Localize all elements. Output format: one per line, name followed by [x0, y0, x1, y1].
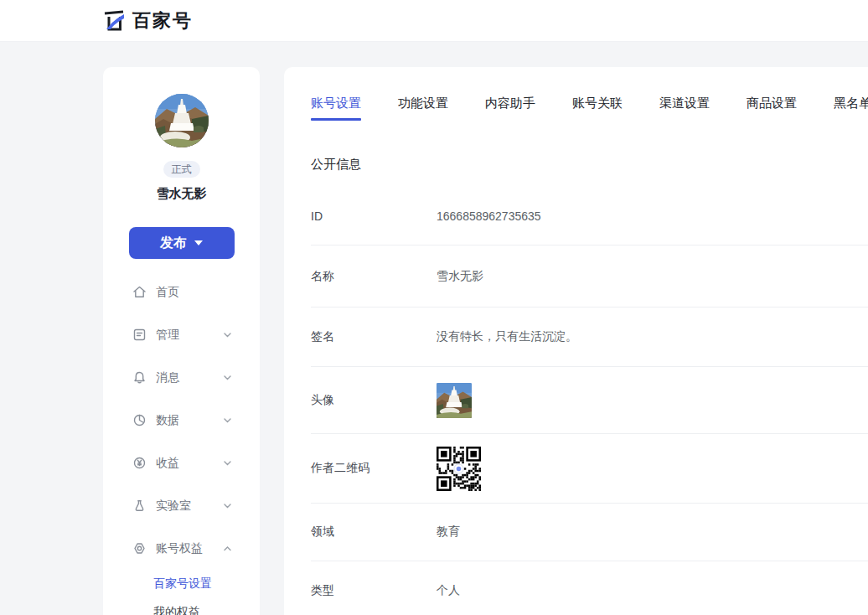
tab-内容助手[interactable]: 内容助手: [485, 95, 535, 111]
home-icon: [132, 285, 147, 300]
settings-tabs: 账号设置功能设置内容助手账号关联渠道设置商品设置黑名单: [311, 95, 868, 111]
field-row-头像: 头像: [311, 367, 868, 434]
pie-chart-icon: [132, 413, 147, 428]
public-info-fields: ID1666858962735635名称雪水无影签名没有特长，只有生活沉淀。头像…: [311, 187, 868, 615]
sidebar-subitem-我的权益[interactable]: 我的权益: [103, 598, 260, 615]
profile-avatar: [155, 94, 209, 147]
tab-黑名单[interactable]: 黑名单: [834, 95, 868, 111]
coin-icon: [132, 456, 147, 471]
page-background: { "header": { "brand": "百家号" }, "colors"…: [0, 0, 868, 615]
main-card: 账号设置功能设置内容助手账号关联渠道设置商品设置黑名单 公开信息 ID16668…: [284, 67, 868, 615]
author-qr-code: [437, 447, 481, 491]
sidebar-item-管理[interactable]: 管理: [103, 313, 260, 356]
chevron-down-icon: [223, 330, 232, 339]
sidebar-item-label: 账号权益: [156, 541, 203, 556]
sidebar-item-label: 数据: [156, 413, 179, 428]
sidebar-item-实验室[interactable]: 实验室: [103, 484, 260, 527]
sidebar-item-账号权益[interactable]: 账号权益: [103, 527, 260, 570]
sidebar-menu: 首页管理消息数据收益实验室账号权益: [103, 271, 260, 570]
sidebar-item-label: 收益: [156, 456, 179, 471]
status-badge: 正式: [163, 161, 200, 178]
chevron-down-icon: [223, 416, 232, 425]
sidebar-submenu: 百家号设置我的权益: [103, 570, 260, 615]
avatar-thumbnail: [437, 383, 472, 418]
chevron-down-icon: [223, 458, 232, 468]
field-value: 个人: [437, 583, 460, 598]
field-value: 1666858962735635: [437, 209, 541, 223]
baijiahao-logo-icon: [102, 9, 126, 33]
sidebar-item-消息[interactable]: 消息: [103, 356, 260, 399]
field-row-签名: 签名没有特长，只有生活沉淀。: [311, 308, 868, 367]
publish-button-label: 发布: [160, 235, 187, 252]
field-label: 领域: [311, 525, 437, 540]
flask-icon: [132, 499, 147, 514]
field-row-作者二维码: 作者二维码: [311, 434, 868, 504]
sidebar-item-收益[interactable]: 收益: [103, 442, 260, 484]
field-label: 名称: [311, 269, 437, 284]
field-label: 签名: [311, 329, 437, 344]
sidebar-item-label: 管理: [156, 328, 179, 343]
badge-icon: [132, 541, 147, 556]
username: 雪水无影: [157, 186, 207, 202]
chevron-down-icon: [223, 373, 232, 382]
field-row-名称: 名称雪水无影: [311, 245, 868, 308]
tab-账号设置[interactable]: 账号设置: [311, 95, 361, 111]
field-label: ID: [311, 209, 437, 223]
field-row-类型: 类型个人: [311, 561, 868, 615]
field-row-领域: 领域教育: [311, 504, 868, 561]
publish-button[interactable]: 发布: [129, 227, 235, 259]
caret-down-icon: [194, 240, 203, 245]
field-label: 头像: [311, 393, 437, 408]
sidebar-card: 正式 雪水无影 发布 首页管理消息数据收益实验室账号权益 百家号设置我的权益: [103, 67, 260, 615]
field-value: 没有特长，只有生活沉淀。: [437, 329, 577, 344]
chevron-up-icon: [223, 544, 232, 553]
sidebar-item-label: 首页: [156, 285, 179, 300]
tab-渠道设置[interactable]: 渠道设置: [659, 95, 710, 111]
top-header: 百家号: [0, 0, 868, 42]
sidebar-subitem-百家号设置[interactable]: 百家号设置: [103, 570, 260, 598]
sidebar-item-label: 消息: [156, 370, 179, 385]
bell-icon: [132, 370, 147, 385]
sidebar-item-首页[interactable]: 首页: [103, 271, 260, 313]
tab-商品设置[interactable]: 商品设置: [747, 95, 797, 111]
field-row-ID: ID1666858962735635: [311, 187, 868, 245]
document-icon: [132, 328, 147, 343]
chevron-down-icon: [223, 501, 232, 510]
field-label: 作者二维码: [311, 461, 437, 476]
baijiahao-logo[interactable]: 百家号: [102, 8, 193, 34]
sidebar-item-label: 实验室: [156, 499, 191, 514]
tab-功能设置[interactable]: 功能设置: [398, 95, 448, 111]
sidebar-item-数据[interactable]: 数据: [103, 399, 260, 442]
brand-name: 百家号: [132, 8, 193, 34]
tab-账号关联[interactable]: 账号关联: [572, 95, 623, 111]
field-value: 教育: [437, 525, 460, 540]
section-title: 公开信息: [311, 157, 868, 173]
field-value: 雪水无影: [437, 269, 483, 284]
field-label: 类型: [311, 583, 437, 598]
